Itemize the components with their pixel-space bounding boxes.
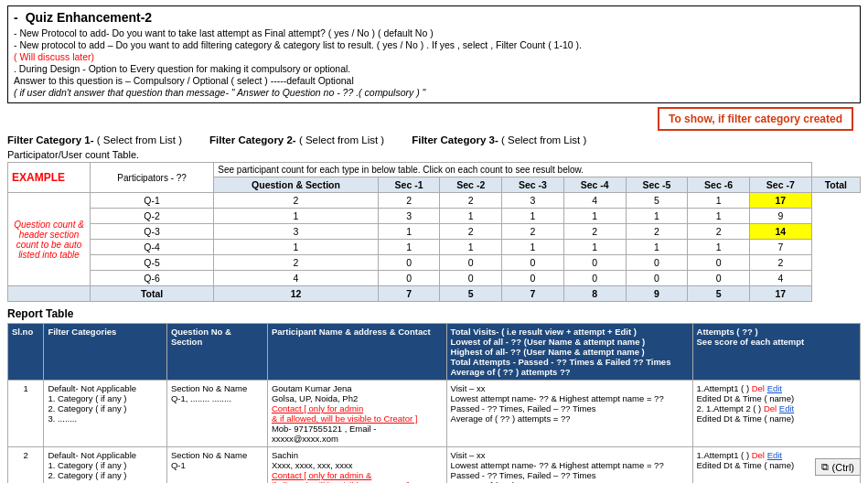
- del-link-1a[interactable]: Del: [752, 383, 765, 393]
- row1-attempts: 1.Attempt1 ( ) Del Edit Edited Dt & Time…: [692, 381, 860, 447]
- filter-select-3[interactable]: ( Select from List ): [501, 134, 586, 145]
- col-header-sec3: Sec -3: [502, 177, 564, 193]
- del-link-1b[interactable]: Del: [764, 403, 777, 413]
- creator-link-1[interactable]: & if allowed, will be visible to Creator…: [272, 413, 417, 424]
- row2-num: 2: [8, 447, 44, 484]
- filter-select-2[interactable]: ( Select from List ): [299, 134, 384, 145]
- filter-row: Filter Category 1- ( Select from List ) …: [7, 134, 861, 145]
- row1-visits: Visit – xx Lowest attempt name- ?? & Hig…: [446, 381, 692, 447]
- edit-link-2a[interactable]: Edit: [767, 450, 782, 460]
- example-header-row: EXAMPLE Participators - ?? See participa…: [8, 163, 861, 177]
- copy-icon: ⧉: [821, 461, 829, 473]
- row1-filter-cats: Default- Not Applicable 1. Category ( if…: [44, 381, 166, 447]
- row1-num: 1: [8, 381, 44, 447]
- bullet-2: - New protocol to add – Do you want to a…: [14, 39, 854, 50]
- col-header-qs: Question & Section: [214, 177, 378, 193]
- col-header-sec1: Sec -1: [378, 177, 440, 193]
- table-row: Q-6 4 0 0 0 0 0 0 4: [8, 271, 861, 286]
- example-label: EXAMPLE: [8, 163, 91, 193]
- table-row: Q-5 2 0 0 0 0 0 0 2: [8, 255, 861, 271]
- report-thead: Sl.no Filter Categories Question No & Se…: [8, 324, 861, 381]
- row2-filter-cats: Default- Not Applicable 1. Category ( if…: [44, 447, 166, 484]
- row2-participant: Sachin Xxxx, xxxx, xxx, xxxx Contact [ o…: [267, 447, 446, 484]
- col-header-sec6: Sec -6: [688, 177, 750, 193]
- answer-line: Answer to this question is – Compulsory …: [14, 75, 854, 86]
- main-container: - Quiz Enhancement-2 - New Protocol to a…: [0, 0, 868, 483]
- admin-link-1[interactable]: Contact [ only for admin: [272, 403, 363, 413]
- table-row: Q-4 1 1 1 1 1 1 1 7: [8, 240, 861, 255]
- edit-link-1a[interactable]: Edit: [767, 383, 782, 393]
- report-title: Report Table: [7, 307, 861, 320]
- participants-label-cell: Participators - ??: [91, 163, 214, 193]
- col-header-sec5: Sec -5: [626, 177, 688, 193]
- will-discuss: ( Will discuss later): [14, 51, 854, 62]
- col-attempts: Attempts ( ?? )See score of each attempt: [692, 324, 860, 381]
- col-qno: Question No & Section: [166, 324, 267, 381]
- quote-line: ( if user didn't answer that question th…: [14, 87, 854, 98]
- q3-label: Q-3: [91, 224, 214, 240]
- title-section: - Quiz Enhancement-2 - New Protocol to a…: [7, 5, 861, 103]
- q5-label: Q-5: [91, 255, 214, 271]
- design-line: . During Design - Option to Every questi…: [14, 63, 854, 74]
- col-slno: Sl.no: [8, 324, 44, 381]
- filter-select-1[interactable]: ( Select from List ): [97, 134, 182, 145]
- page-title: Quiz Enhancement-2: [26, 10, 152, 25]
- col-filter-cats: Filter Categories: [44, 324, 166, 381]
- ctrl-button[interactable]: ⧉ (Ctrl): [815, 458, 861, 476]
- row2-qno: Section No & Name Q-1: [166, 447, 267, 484]
- filter-annotation-area: To show, if filter category created: [0, 107, 853, 131]
- participant-table-section: Participator/User count Table. EXAMPLE P…: [7, 149, 861, 302]
- q4-label: Q-4: [91, 240, 214, 255]
- participant-label: Participator/User count Table.: [7, 149, 861, 160]
- col-header-sec7: Sec -7: [749, 177, 811, 193]
- admin-link-2[interactable]: Contact [ only for admin &: [272, 470, 371, 480]
- q2-label: Q-2: [91, 209, 214, 224]
- ctrl-label: (Ctrl): [832, 462, 854, 473]
- col-header-sec4: Sec -4: [563, 177, 626, 193]
- report-section: Report Table Sl.no Filter Categories Que…: [7, 307, 861, 483]
- col-participant: Participant Name & address & Contact: [267, 324, 446, 381]
- table-row: 2 Default- Not Applicable 1. Category ( …: [8, 447, 861, 484]
- report-tbody: 1 Default- Not Applicable 1. Category ( …: [8, 381, 861, 484]
- edit-link-1b[interactable]: Edit: [779, 403, 794, 413]
- filter-item-2: Filter Category 2- ( Select from List ): [209, 134, 384, 145]
- filter-label-3: Filter Category 3-: [412, 134, 498, 145]
- del-link-2a[interactable]: Del: [752, 450, 765, 460]
- total-row: Total 12 7 5 7 8 9 5 17: [8, 286, 861, 302]
- col-visits: Total Visits- ( i.e result view + attemp…: [446, 324, 692, 381]
- title-dash: -: [14, 10, 18, 25]
- filter-label-2: Filter Category 2-: [209, 134, 296, 145]
- annotation-box: To show, if filter category created: [658, 107, 853, 131]
- filter-item-3: Filter Category 3- ( Select from List ): [412, 134, 586, 145]
- table-row: Q-3 3 1 2 2 2 2 2 14: [8, 224, 861, 240]
- filter-item-1: Filter Category 1- ( Select from List ): [7, 134, 182, 145]
- report-header-row: Sl.no Filter Categories Question No & Se…: [8, 324, 861, 381]
- row1-participant: Goutam Kumar Jena Golsa, UP, Noida, Ph2 …: [267, 381, 446, 447]
- example-table: EXAMPLE Participators - ?? See participa…: [7, 162, 861, 302]
- title-row: - Quiz Enhancement-2: [14, 10, 854, 25]
- col-header-total: Total: [811, 177, 860, 193]
- bullet-1: - New Protocol to add- Do you want to ta…: [14, 27, 854, 38]
- filter-label-1: Filter Category 1-: [7, 134, 94, 145]
- row2-visits: Visit – xx Lowest attempt name- ?? & Hig…: [446, 447, 692, 484]
- q1-label: Q-1: [91, 193, 214, 209]
- q6-label: Q-6: [91, 271, 214, 286]
- note-cell: Question count & header section count to…: [8, 193, 91, 286]
- example-wrapper: EXAMPLE Participators - ?? See participa…: [7, 162, 861, 302]
- report-table: Sl.no Filter Categories Question No & Se…: [7, 323, 861, 483]
- table-row: Q-2 1 3 1 1 1 1 1 9: [8, 209, 861, 224]
- col-header-sec2: Sec -2: [440, 177, 502, 193]
- table-row: Question count & header section count to…: [8, 193, 861, 209]
- table-desc: See participant count for each type in b…: [214, 163, 811, 177]
- row1-qno: Section No & Name Q-1, ........ ........: [166, 381, 267, 447]
- table-row: 1 Default- Not Applicable 1. Category ( …: [8, 381, 861, 447]
